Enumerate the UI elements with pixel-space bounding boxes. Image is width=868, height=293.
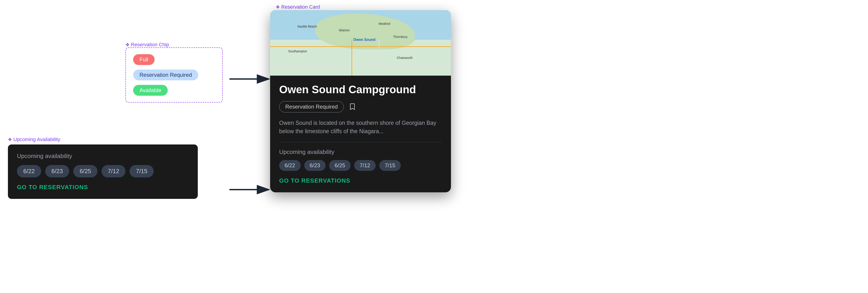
map-label-thornbury: Thornbury	[393, 35, 408, 39]
chip-full[interactable]: Full	[133, 54, 155, 65]
avail-title: Upcoming availability	[17, 153, 189, 159]
card-divider	[279, 142, 442, 142]
go-reservations-button[interactable]: GO TO RESERVATIONS	[17, 184, 189, 191]
chip-reservation[interactable]: Reservation Required	[133, 70, 198, 80]
card-chips-row: Reservation Required	[279, 101, 442, 112]
card-body: Owen Sound Campground Reservation Requir…	[270, 76, 451, 192]
card-map: Wiarton Owen Sound Sauble Beach Meaford …	[270, 10, 451, 76]
avail-label-text: Upcoming Availability	[13, 137, 60, 142]
map-background: Wiarton Owen Sound Sauble Beach Meaford …	[270, 10, 451, 76]
chip-box: Full Reservation Required Available	[125, 47, 223, 103]
bookmark-icon[interactable]	[348, 103, 356, 111]
card-chip-reservation[interactable]: Reservation Required	[279, 101, 344, 112]
map-label-wiarton: Wiarton	[339, 29, 350, 32]
card-label-text: Reservation Card	[281, 4, 320, 10]
card-date-chip-5[interactable]: 7/15	[379, 160, 401, 171]
card-section-label: Reservation Card	[276, 4, 320, 10]
avail-section-label: Upcoming Availability	[8, 137, 60, 142]
map-road-h1	[270, 46, 451, 47]
card-dates-row: 6/22 6/23 6/25 7/12 7/15	[279, 160, 442, 171]
map-label-saublebeach: Sauble Beach	[297, 25, 317, 28]
card-date-chip-4[interactable]: 7/12	[354, 160, 376, 171]
map-label-chatsworth: Chatsworth	[397, 56, 413, 60]
map-label-meaford: Meaford	[379, 22, 390, 26]
map-road-h4	[270, 66, 451, 67]
map-label-southampton: Southampton	[288, 49, 307, 53]
dates-row: 6/22 6/23 6/25 7/12 7/15	[17, 165, 189, 177]
map-road-v2	[379, 40, 379, 76]
chip-label-text: Reservation Chip	[131, 42, 169, 48]
card-title: Owen Sound Campground	[279, 84, 442, 96]
arrow-avail-to-card	[227, 181, 272, 199]
date-chip-1[interactable]: 6/22	[17, 165, 41, 177]
map-road-v1	[351, 40, 352, 76]
date-chip-2[interactable]: 6/23	[45, 165, 69, 177]
card-go-reservations-button[interactable]: GO TO RESERVATIONS	[279, 177, 442, 184]
date-chip-4[interactable]: 7/12	[101, 165, 126, 177]
map-label-owensound: Owen Sound	[353, 38, 375, 42]
chip-available[interactable]: Available	[133, 85, 168, 96]
card-date-chip-3[interactable]: 6/25	[329, 160, 350, 171]
date-chip-5[interactable]: 7/15	[129, 165, 154, 177]
card-description: Owen Sound is located on the southern sh…	[279, 119, 442, 136]
map-road-h3	[270, 59, 451, 60]
date-chip-3[interactable]: 6/25	[73, 165, 97, 177]
card-avail-title: Upcoming availability	[279, 149, 442, 155]
card-date-chip-2[interactable]: 6/23	[304, 160, 326, 171]
reservation-card: Wiarton Owen Sound Sauble Beach Meaford …	[270, 10, 451, 192]
arrow-chip-to-card	[227, 70, 272, 88]
avail-box: Upcoming availability 6/22 6/23 6/25 7/1…	[8, 144, 198, 199]
card-date-chip-1[interactable]: 6/22	[279, 160, 301, 171]
chip-section-label: Reservation Chip	[125, 42, 169, 48]
